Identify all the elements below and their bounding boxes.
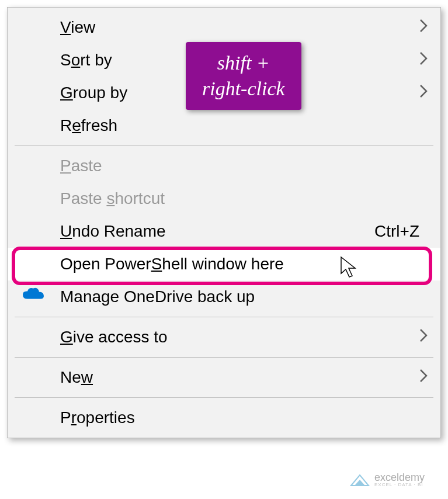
watermark-text-main: exceldemy: [374, 472, 425, 483]
keyboard-shortcut: Ctrl+Z: [374, 222, 419, 241]
menu-item-paste: Paste: [8, 150, 440, 182]
menu-label: Paste: [60, 157, 426, 175]
menu-divider: [15, 317, 433, 317]
watermark-text-sub: EXCEL · DATA · BI: [374, 483, 425, 487]
menu-item-open-powershell[interactable]: Open PowerShell window here: [8, 248, 440, 280]
menu-label: New: [60, 368, 426, 387]
menu-divider: [15, 397, 433, 398]
watermark-logo-icon: [350, 473, 370, 487]
menu-item-view[interactable]: View: [8, 11, 440, 44]
callout-annotation: shift + right-click: [186, 42, 301, 110]
menu-item-new[interactable]: New: [8, 361, 440, 394]
onedrive-icon: [22, 287, 45, 307]
menu-label: Properties: [60, 408, 426, 427]
chevron-right-icon: [418, 50, 429, 71]
callout-line: shift +: [202, 50, 285, 76]
menu-label: View: [60, 18, 426, 37]
cursor-icon: [340, 256, 359, 282]
chevron-right-icon: [418, 327, 429, 348]
menu-item-paste-shortcut: Paste shortcut: [8, 182, 440, 215]
chevron-right-icon: [418, 18, 429, 38]
chevron-right-icon: [418, 83, 429, 103]
menu-label: Refresh: [60, 116, 426, 135]
menu-label: Manage OneDrive back up: [60, 287, 426, 306]
menu-item-undo-rename[interactable]: Undo Rename Ctrl+Z: [8, 215, 440, 248]
menu-label: Open PowerShell window here: [60, 255, 426, 273]
menu-label: Undo Rename: [60, 222, 374, 241]
chevron-right-icon: [418, 368, 429, 388]
callout-line: right-click: [202, 76, 285, 102]
menu-item-properties[interactable]: Properties: [8, 401, 440, 434]
menu-item-manage-onedrive[interactable]: Manage OneDrive back up: [8, 280, 440, 313]
menu-label: Give access to: [60, 328, 426, 346]
menu-item-give-access-to[interactable]: Give access to: [8, 321, 440, 354]
menu-label: Paste shortcut: [60, 189, 426, 208]
menu-divider: [15, 357, 433, 358]
watermark: exceldemy EXCEL · DATA · BI: [350, 472, 425, 487]
menu-divider: [15, 145, 433, 146]
menu-item-refresh[interactable]: Refresh: [8, 109, 440, 142]
